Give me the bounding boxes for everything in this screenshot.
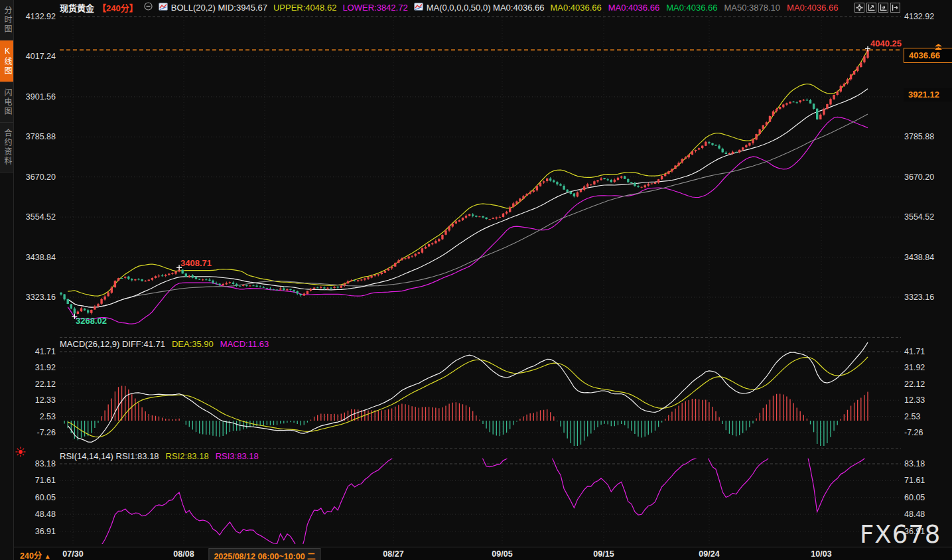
macd-hist-positive [61, 385, 868, 421]
grid-layer [60, 12, 901, 545]
chart-app: 分时图K线图闪电图合约资料 现货黄金 【240分】 BOLL(20,2) MID… [0, 0, 952, 560]
y-axis-label: 12.33 [17, 395, 56, 405]
sidebar-item-1[interactable]: K线图 [0, 40, 13, 82]
ma-value: MA50:3878.10 [724, 3, 780, 13]
down-candle-wicks [61, 98, 817, 316]
swing-low-label: 3268.02 [76, 316, 107, 326]
diff-line [68, 342, 868, 442]
period-selector[interactable]: 240分 ▲ [20, 549, 51, 560]
y-axis-label: 3901.56 [17, 92, 56, 102]
down-candle-bodies [60, 100, 818, 314]
rsi2-value: RSI2:83.18 [166, 451, 209, 461]
y-axis-label: 3785.88 [17, 132, 56, 141]
macd-panel-header: MACD(26,12,9) DIFF:41.71 DEA:35.90 MACD:… [60, 339, 269, 349]
y-axis-label: 83.18 [904, 459, 925, 468]
y-axis-label: 71.61 [904, 476, 925, 485]
move-tool-icon[interactable] [854, 3, 864, 13]
indicator-chart-icon[interactable] [159, 3, 168, 13]
x-axis-date-label: 09/05 [492, 549, 512, 559]
sidebar-item-list: 分时图K线图闪电图合约资料 [0, 0, 13, 173]
y-axis-label: 2.53 [17, 412, 56, 421]
macd-main-values: MACD(26,12,9) DIFF:41.71 [60, 339, 165, 349]
dea-line [68, 357, 868, 437]
y-axis-label: 4132.92 [904, 12, 934, 21]
y-axis-label: 3323.16 [17, 293, 56, 302]
sidebar: 分时图K线图闪电图合约资料 [0, 0, 14, 560]
symbol-name: 现货黄金 [60, 1, 94, 14]
ma-value: MA0:4036.66 [550, 3, 601, 13]
bottom-bar: 240分 ▲ 2025/08/12 06:00~10:00 二 07/3008/… [0, 547, 952, 560]
ma-value: MA0:4036.66 [787, 3, 838, 13]
up-candle-bodies [77, 50, 869, 314]
candle-info-box: 2025/08/12 06:00~10:00 二 [208, 548, 320, 560]
x-axis-date-label: 09/15 [593, 549, 614, 559]
y-axis-label: 3670.20 [904, 173, 934, 182]
y-axis-label: 48.48 [904, 510, 925, 519]
y-axis-label: 3438.84 [17, 253, 56, 262]
reference-price-box: 3921.12 [904, 88, 952, 102]
y-axis-label: 4132.92 [17, 12, 56, 21]
sidebar-item-3[interactable]: 合约资料 [0, 123, 13, 173]
rsi3-value: RSI3:83.18 [216, 451, 259, 461]
indicator-chart-icon[interactable] [414, 3, 423, 13]
up-candle-wicks [78, 48, 868, 315]
y-axis-label: 3554.52 [904, 212, 934, 222]
x-axis-date-label: 10/03 [811, 549, 831, 559]
pan-axes-icon[interactable] [878, 3, 888, 13]
x-axis-date-label: 08/27 [383, 549, 403, 559]
y-axis-label: 31.92 [17, 363, 56, 372]
y-axis-label: -7.26 [904, 428, 923, 437]
rsi-main-values: RSI(14,14,14) RSI1:83.18 [60, 451, 159, 461]
double-up-arrow-icon[interactable] [934, 41, 943, 53]
y-axis-label: 31.92 [904, 363, 925, 372]
session-high-label: 4040.25 [870, 38, 902, 48]
boll-values: BOLL(20,2) MID:3945.67 [171, 3, 267, 13]
x-axis-date-label: 07/30 [62, 549, 83, 559]
period-tag[interactable]: 【240分】 [98, 1, 138, 14]
y-axis-label: 60.05 [17, 493, 56, 502]
chart-header: 现货黄金 【240分】 BOLL(20,2) MID:3945.67 UPPER… [60, 2, 838, 13]
y-axis-label: 22.12 [17, 380, 56, 389]
y-axis-label: 22.12 [904, 380, 925, 389]
y-axis-label: 3670.20 [17, 173, 56, 182]
y-axis-label: 36.91 [17, 527, 56, 536]
live-dot-icon [15, 447, 26, 460]
boll-lower-value: LOWER:3842.72 [342, 3, 407, 13]
macd-dea-value: DEA:35.90 [172, 339, 214, 349]
fit-axes-icon[interactable] [866, 3, 876, 13]
y-axis-label: 83.18 [17, 459, 56, 468]
current-price-box: 4036.66 [904, 48, 952, 63]
y-axis-label: 71.61 [17, 476, 56, 485]
x-axis-date-label: 09/24 [699, 549, 719, 559]
x-axis-date-label: 08/08 [173, 549, 194, 559]
ma-value: MA0:4036.66 [608, 3, 659, 13]
ma-value-list: MA0:4036.66MA0:4036.66MA0:4036.66MA50:38… [550, 3, 838, 13]
y-axis-label: 4017.24 [17, 52, 56, 61]
extreme-cross-marker [865, 46, 870, 51]
ma-values: MA(0,0,0,0,50,0) MA0:4036.66 [427, 3, 545, 13]
chart-canvas[interactable] [0, 0, 952, 560]
rsi-panel-header: RSI(14,14,14) RSI1:83.18 RSI2:83.18 RSI3… [60, 451, 259, 461]
y-axis-label: 48.48 [17, 510, 56, 519]
main-chart-layer [60, 48, 868, 324]
sidebar-item-2[interactable]: 闪电图 [0, 82, 13, 123]
y-axis-label: 3785.88 [904, 132, 934, 141]
ma-value: MA0:4036.66 [666, 3, 717, 13]
period-label: 240分 [20, 551, 42, 560]
fx678-watermark: FX678 [860, 520, 941, 549]
boll-upper-value: UPPER:4048.62 [273, 3, 336, 13]
swing-high-label: 3408.71 [180, 258, 212, 268]
y-axis-label: 60.05 [904, 493, 925, 502]
y-axis-label: 3323.16 [904, 293, 934, 302]
y-axis-label: 3438.84 [904, 253, 934, 262]
period-up-arrow-icon: ▲ [44, 553, 51, 560]
y-axis-label: 41.71 [904, 347, 925, 356]
collapse-right-icon[interactable] [890, 3, 900, 13]
macd-macd-value: MACD:11.63 [220, 339, 269, 349]
minus-circle-icon[interactable] [144, 2, 153, 13]
sidebar-item-0[interactable]: 分时图 [0, 0, 13, 40]
chart-toolbar [854, 3, 900, 13]
y-axis-label: -7.26 [17, 428, 56, 437]
y-axis-label: 3554.52 [17, 212, 56, 222]
y-axis-label: 41.71 [17, 347, 56, 356]
